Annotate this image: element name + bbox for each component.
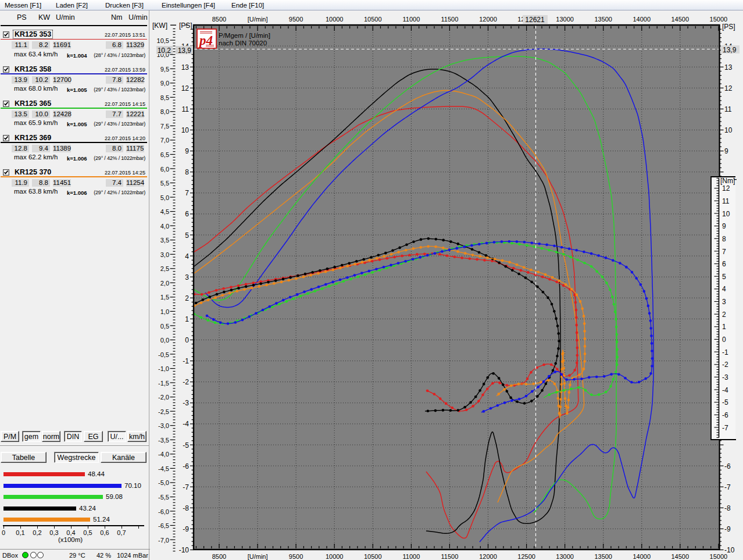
svg-text:-4,0: -4,0 — [158, 451, 169, 458]
svg-text:5: 5 — [185, 231, 189, 240]
svg-text:13000: 13000 — [556, 16, 574, 23]
svg-text:-4: -4 — [183, 420, 189, 428]
svg-text:11: 11 — [182, 105, 190, 113]
svg-text:10000: 10000 — [326, 16, 344, 23]
svg-text:9,5: 9,5 — [160, 66, 169, 73]
svg-text:3: 3 — [722, 298, 726, 306]
svg-text:-3: -3 — [722, 373, 728, 381]
svg-text:13,9: 13,9 — [178, 47, 192, 55]
svg-text:6,0: 6,0 — [160, 166, 169, 173]
svg-text:10000: 10000 — [326, 553, 344, 560]
svg-text:12000: 12000 — [479, 553, 497, 560]
svg-text:12000: 12000 — [479, 16, 497, 23]
svg-text:13,9: 13,9 — [723, 46, 737, 54]
svg-text:4,0: 4,0 — [160, 223, 169, 230]
svg-text:-5,0: -5,0 — [158, 479, 169, 486]
svg-text:8500: 8500 — [212, 553, 226, 560]
svg-text:9: 9 — [722, 222, 726, 230]
svg-text:6,5: 6,5 — [160, 151, 169, 158]
svg-text:0,5: 0,5 — [160, 323, 169, 330]
svg-text:-6,5: -6,5 — [158, 522, 169, 529]
svg-text:-10: -10 — [724, 546, 735, 554]
svg-text:7,5: 7,5 — [160, 123, 169, 130]
svg-text:14000: 14000 — [633, 553, 651, 560]
svg-text:10: 10 — [724, 126, 733, 134]
svg-text:p4: p4 — [198, 33, 213, 48]
svg-text:-6: -6 — [722, 411, 728, 419]
svg-text:-6: -6 — [724, 462, 731, 470]
svg-text:9: 9 — [185, 147, 189, 155]
svg-text:-6: -6 — [183, 462, 189, 470]
svg-text:[PS]: [PS] — [179, 22, 192, 30]
svg-text:-1: -1 — [183, 357, 189, 365]
svg-text:8: 8 — [185, 168, 189, 176]
svg-text:-7: -7 — [722, 424, 728, 432]
svg-text:[PS]: [PS] — [722, 23, 735, 31]
svg-text:6: 6 — [722, 260, 726, 268]
svg-text:0,0: 0,0 — [160, 337, 169, 344]
svg-text:P/Mgem / [U/min]: P/Mgem / [U/min] — [219, 32, 270, 39]
svg-text:11: 11 — [722, 197, 730, 205]
svg-text:-8: -8 — [183, 504, 189, 512]
svg-text:-10: -10 — [179, 546, 190, 554]
svg-text:7,0: 7,0 — [160, 137, 169, 144]
svg-text:5,5: 5,5 — [160, 180, 169, 187]
svg-text:12: 12 — [722, 184, 730, 192]
svg-text:12500: 12500 — [517, 553, 535, 560]
svg-text:8,5: 8,5 — [160, 94, 169, 101]
svg-text:9: 9 — [724, 147, 728, 155]
svg-text:12: 12 — [181, 84, 190, 92]
svg-text:11500: 11500 — [441, 553, 459, 560]
svg-text:2,0: 2,0 — [160, 280, 169, 287]
svg-text:-7,0: -7,0 — [158, 537, 169, 544]
svg-text:13: 13 — [724, 63, 733, 72]
svg-text:-9: -9 — [183, 525, 189, 533]
svg-text:11000: 11000 — [403, 16, 420, 23]
svg-text:-4,5: -4,5 — [158, 465, 169, 472]
svg-text:-2: -2 — [722, 361, 728, 369]
svg-text:13500: 13500 — [594, 553, 612, 560]
svg-text:10500: 10500 — [364, 16, 382, 23]
svg-text:2,5: 2,5 — [160, 265, 169, 272]
svg-text:8,0: 8,0 — [160, 108, 169, 115]
svg-text:8: 8 — [722, 235, 726, 243]
svg-text:0: 0 — [722, 336, 726, 344]
svg-text:8500: 8500 — [212, 16, 226, 23]
svg-text:13: 13 — [181, 63, 190, 72]
svg-text:14500: 14500 — [671, 16, 690, 23]
svg-text:5,0: 5,0 — [160, 194, 169, 201]
svg-text:-4: -4 — [722, 386, 728, 394]
svg-text:3,0: 3,0 — [160, 251, 169, 258]
svg-text:10: 10 — [181, 126, 190, 134]
svg-text:-3,0: -3,0 — [158, 422, 169, 429]
svg-text:7: 7 — [722, 248, 726, 256]
svg-text:-2,0: -2,0 — [158, 394, 169, 401]
svg-text:[U/min]: [U/min] — [248, 553, 268, 560]
svg-text:-7: -7 — [183, 483, 189, 491]
svg-text:10,2: 10,2 — [158, 47, 172, 55]
svg-text:7: 7 — [185, 189, 189, 197]
svg-text:9500: 9500 — [289, 553, 303, 560]
svg-text:[KW]: [KW] — [152, 22, 167, 30]
svg-text:0: 0 — [185, 336, 189, 344]
svg-text:-1,5: -1,5 — [158, 380, 169, 387]
svg-text:4: 4 — [185, 252, 189, 261]
svg-text:1,5: 1,5 — [160, 294, 169, 301]
svg-text:9500: 9500 — [289, 16, 303, 23]
svg-text:-5,5: -5,5 — [158, 494, 169, 501]
svg-text:13500: 13500 — [594, 16, 612, 23]
svg-text:-8: -8 — [724, 504, 731, 512]
svg-text:-6,0: -6,0 — [158, 508, 169, 515]
svg-text:nach DIN 70020: nach DIN 70020 — [219, 40, 267, 47]
svg-text:2: 2 — [185, 294, 189, 302]
svg-text:13000: 13000 — [556, 553, 574, 560]
svg-text:[U/min]: [U/min] — [248, 16, 268, 23]
svg-text:1: 1 — [185, 315, 189, 323]
svg-text:11500: 11500 — [441, 16, 459, 23]
svg-text:-0,5: -0,5 — [158, 351, 169, 358]
svg-text:4,5: 4,5 — [160, 208, 169, 215]
svg-text:-3: -3 — [183, 399, 189, 407]
svg-text:-9: -9 — [724, 525, 731, 533]
svg-text:1: 1 — [722, 323, 726, 331]
svg-text:15000: 15000 — [710, 16, 728, 23]
